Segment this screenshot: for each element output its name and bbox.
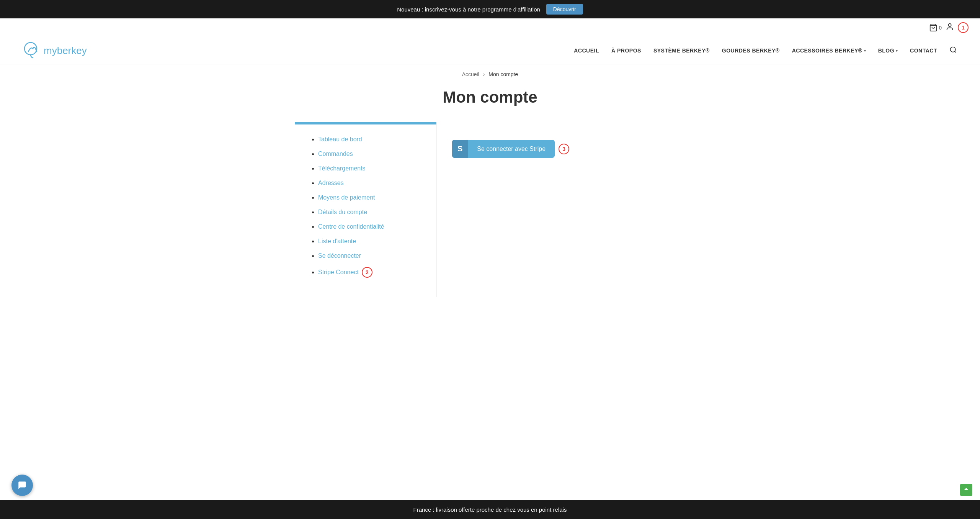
sidebar-item-stripe-connect[interactable]: Stripe Connect (318, 269, 359, 276)
list-item: Adresses (318, 180, 421, 187)
tab-bar (295, 122, 436, 124)
stripe-connect-section: S Se connecter avec Stripe 3 (452, 140, 569, 158)
account-sidebar: Tableau de bord Commandes Téléchargement… (295, 124, 437, 297)
nav-gourdes-berkey[interactable]: GOURDES BERKEY® (722, 47, 780, 54)
sidebar-item-adresses[interactable]: Adresses (318, 180, 344, 186)
sidebar-item-se-deconnecter[interactable]: Se déconnecter (318, 252, 361, 259)
logo-link[interactable]: myberkey (23, 41, 87, 60)
nav-accueil[interactable]: ACCUEIL (574, 47, 599, 54)
stripe-button-text: Se connecter avec Stripe (468, 141, 555, 157)
sidebar-item-telechargements[interactable]: Téléchargements (318, 165, 366, 172)
list-item: Stripe Connect 2 (318, 267, 421, 278)
announcement-text: Nouveau : inscrivez-vous à notre program… (397, 6, 540, 13)
list-item: Téléchargements (318, 165, 421, 172)
list-item: Tableau de bord (318, 136, 421, 143)
active-tab-indicator (295, 122, 436, 123)
sidebar-item-centre-confidentialite[interactable]: Centre de confidentialité (318, 223, 384, 230)
list-item: Liste d'attente (318, 238, 421, 245)
list-item: Se déconnecter (318, 252, 421, 259)
sidebar-item-moyens-de-paiement[interactable]: Moyens de paiement (318, 194, 375, 201)
nav-apropos[interactable]: À PROPOS (611, 47, 641, 54)
page-title: Mon compte (0, 80, 980, 122)
blog-chevron-icon: ▾ (896, 49, 898, 53)
breadcrumb-current: Mon compte (488, 71, 518, 77)
sidebar-item-details-du-compte[interactable]: Détails du compte (318, 209, 367, 215)
list-item: Détails du compte (318, 209, 421, 216)
logo-text: myberkey (44, 45, 87, 57)
annotation-2: 2 (362, 267, 372, 278)
sidebar-item-liste-attente[interactable]: Liste d'attente (318, 238, 356, 244)
sidebar-item-commandes[interactable]: Commandes (318, 151, 353, 157)
breadcrumb-separator: › (483, 71, 485, 77)
account-container: Tableau de bord Commandes Téléchargement… (295, 124, 685, 297)
sidebar-item-tableau-de-bord[interactable]: Tableau de bord (318, 136, 362, 142)
stripe-connect-button[interactable]: S Se connecter avec Stripe (452, 140, 555, 158)
breadcrumb-home[interactable]: Accueil (462, 71, 479, 77)
stripe-s-icon: S (452, 140, 468, 158)
svg-point-3 (951, 47, 956, 52)
nav-systeme-berkey[interactable]: SYSTÈME BERKEY® (653, 47, 710, 54)
list-item: Centre de confidentialité (318, 223, 421, 230)
content-wrapper: Tableau de bord Commandes Téléchargement… (279, 122, 701, 320)
sidebar-nav-list: Tableau de bord Commandes Téléchargement… (310, 136, 421, 278)
discover-button[interactable]: Découvrir (546, 4, 583, 15)
breadcrumb: Accueil › Mon compte (0, 64, 980, 80)
utility-bar: 0 1 (0, 18, 980, 37)
main-header: myberkey ACCUEIL À PROPOS SYSTÈME BERKEY… (0, 37, 980, 64)
account-main-content: S Se connecter avec Stripe 3 (437, 124, 685, 297)
cart-button[interactable]: 0 (929, 23, 942, 32)
main-nav: ACCUEIL À PROPOS SYSTÈME BERKEY® GOURDES… (574, 46, 957, 56)
search-icon[interactable] (949, 46, 957, 56)
nav-blog[interactable]: BLOG ▾ (878, 47, 898, 54)
cart-count: 0 (939, 25, 942, 31)
annotation-3: 3 (559, 144, 569, 154)
list-item: Commandes (318, 151, 421, 157)
user-account-button[interactable] (946, 23, 954, 33)
accessoires-chevron-icon: ▾ (864, 49, 866, 53)
nav-contact[interactable]: CONTACT (910, 47, 937, 54)
annotation-1: 1 (958, 22, 969, 33)
announcement-bar: Nouveau : inscrivez-vous à notre program… (0, 0, 980, 18)
list-item: Moyens de paiement (318, 194, 421, 201)
svg-point-1 (948, 23, 951, 26)
nav-accessoires-berkey[interactable]: ACCESSOIRES BERKEY® ▾ (792, 47, 866, 54)
